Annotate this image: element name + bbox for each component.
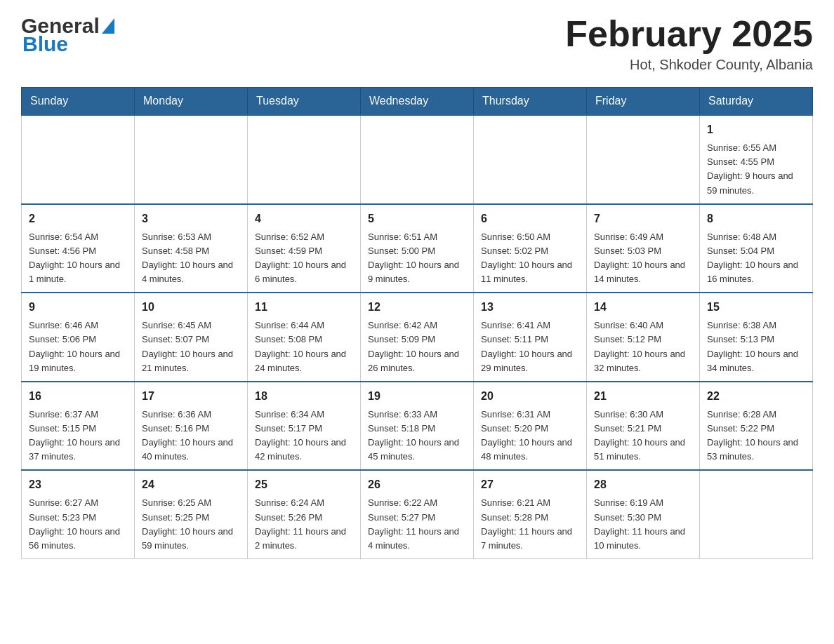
calendar-cell: 19Sunrise: 6:33 AM Sunset: 5:18 PM Dayli… (361, 382, 474, 471)
day-number: 16 (29, 388, 127, 405)
calendar-cell: 28Sunrise: 6:19 AM Sunset: 5:30 PM Dayli… (587, 470, 700, 558)
calendar-header-row: SundayMondayTuesdayWednesdayThursdayFrid… (22, 88, 813, 116)
day-info: Sunrise: 6:41 AM Sunset: 5:11 PM Dayligh… (481, 318, 579, 375)
calendar-week-3: 9Sunrise: 6:46 AM Sunset: 5:06 PM Daylig… (22, 293, 813, 382)
day-number: 18 (255, 388, 353, 405)
calendar-cell: 21Sunrise: 6:30 AM Sunset: 5:21 PM Dayli… (587, 382, 700, 471)
weekday-header-sunday: Sunday (22, 88, 135, 116)
day-info: Sunrise: 6:38 AM Sunset: 5:13 PM Dayligh… (707, 318, 805, 375)
day-number: 3 (142, 210, 240, 227)
day-number: 28 (594, 476, 692, 493)
logo: General Blue (21, 14, 114, 56)
day-info: Sunrise: 6:25 AM Sunset: 5:25 PM Dayligh… (142, 496, 240, 553)
calendar-cell: 20Sunrise: 6:31 AM Sunset: 5:20 PM Dayli… (474, 382, 587, 471)
day-number: 2 (29, 210, 127, 227)
day-info: Sunrise: 6:42 AM Sunset: 5:09 PM Dayligh… (368, 318, 466, 375)
calendar-cell: 9Sunrise: 6:46 AM Sunset: 5:06 PM Daylig… (22, 293, 135, 382)
day-info: Sunrise: 6:33 AM Sunset: 5:18 PM Dayligh… (368, 408, 466, 464)
day-info: Sunrise: 6:50 AM Sunset: 5:02 PM Dayligh… (481, 230, 579, 287)
calendar-cell: 1Sunrise: 6:55 AM Sunset: 4:55 PM Daylig… (700, 115, 813, 204)
page-header: General Blue February 2025 Hot, Shkoder … (21, 14, 813, 73)
day-info: Sunrise: 6:31 AM Sunset: 5:20 PM Dayligh… (481, 408, 579, 464)
day-number: 7 (594, 210, 692, 227)
day-info: Sunrise: 6:24 AM Sunset: 5:26 PM Dayligh… (255, 496, 353, 553)
day-number: 17 (142, 388, 240, 405)
calendar-cell: 13Sunrise: 6:41 AM Sunset: 5:11 PM Dayli… (474, 293, 587, 382)
day-info: Sunrise: 6:52 AM Sunset: 4:59 PM Dayligh… (255, 230, 353, 287)
calendar-cell: 4Sunrise: 6:52 AM Sunset: 4:59 PM Daylig… (248, 204, 361, 293)
day-info: Sunrise: 6:51 AM Sunset: 5:00 PM Dayligh… (368, 230, 466, 287)
title-block: February 2025 Hot, Shkoder County, Alban… (565, 14, 813, 73)
day-info: Sunrise: 6:54 AM Sunset: 4:56 PM Dayligh… (29, 230, 127, 287)
day-info: Sunrise: 6:21 AM Sunset: 5:28 PM Dayligh… (481, 496, 579, 553)
day-info: Sunrise: 6:30 AM Sunset: 5:21 PM Dayligh… (594, 408, 692, 464)
day-info: Sunrise: 6:28 AM Sunset: 5:22 PM Dayligh… (707, 408, 805, 464)
calendar-cell: 2Sunrise: 6:54 AM Sunset: 4:56 PM Daylig… (22, 204, 135, 293)
weekday-header-wednesday: Wednesday (361, 88, 474, 116)
calendar-cell: 7Sunrise: 6:49 AM Sunset: 5:03 PM Daylig… (587, 204, 700, 293)
calendar-cell: 14Sunrise: 6:40 AM Sunset: 5:12 PM Dayli… (587, 293, 700, 382)
day-number: 21 (594, 388, 692, 405)
day-number: 12 (368, 299, 466, 316)
calendar-table: SundayMondayTuesdayWednesdayThursdayFrid… (21, 87, 813, 559)
day-number: 26 (368, 476, 466, 493)
calendar-cell (248, 115, 361, 204)
day-info: Sunrise: 6:27 AM Sunset: 5:23 PM Dayligh… (29, 496, 127, 553)
calendar-cell: 8Sunrise: 6:48 AM Sunset: 5:04 PM Daylig… (700, 204, 813, 293)
day-number: 10 (142, 299, 240, 316)
calendar-cell (474, 115, 587, 204)
logo-line2: Blue (21, 32, 68, 56)
calendar-cell: 27Sunrise: 6:21 AM Sunset: 5:28 PM Dayli… (474, 470, 587, 558)
day-number: 8 (707, 210, 805, 227)
calendar-cell (587, 115, 700, 204)
weekday-header-tuesday: Tuesday (248, 88, 361, 116)
calendar-cell: 12Sunrise: 6:42 AM Sunset: 5:09 PM Dayli… (361, 293, 474, 382)
day-info: Sunrise: 6:49 AM Sunset: 5:03 PM Dayligh… (594, 230, 692, 287)
calendar-cell (22, 115, 135, 204)
day-number: 13 (481, 299, 579, 316)
day-number: 20 (481, 388, 579, 405)
day-info: Sunrise: 6:34 AM Sunset: 5:17 PM Dayligh… (255, 408, 353, 464)
calendar-cell: 24Sunrise: 6:25 AM Sunset: 5:25 PM Dayli… (135, 470, 248, 558)
calendar-cell: 17Sunrise: 6:36 AM Sunset: 5:16 PM Dayli… (135, 382, 248, 471)
day-number: 27 (481, 476, 579, 493)
calendar-week-5: 23Sunrise: 6:27 AM Sunset: 5:23 PM Dayli… (22, 470, 813, 558)
day-number: 14 (594, 299, 692, 316)
logo-flag-icon (102, 18, 114, 34)
day-info: Sunrise: 6:22 AM Sunset: 5:27 PM Dayligh… (368, 496, 466, 553)
day-number: 24 (142, 476, 240, 493)
calendar-cell: 10Sunrise: 6:45 AM Sunset: 5:07 PM Dayli… (135, 293, 248, 382)
day-info: Sunrise: 6:37 AM Sunset: 5:15 PM Dayligh… (29, 408, 127, 464)
calendar-cell (135, 115, 248, 204)
day-number: 23 (29, 476, 127, 493)
day-number: 22 (707, 388, 805, 405)
calendar-cell: 5Sunrise: 6:51 AM Sunset: 5:00 PM Daylig… (361, 204, 474, 293)
day-info: Sunrise: 6:48 AM Sunset: 5:04 PM Dayligh… (707, 230, 805, 287)
day-number: 6 (481, 210, 579, 227)
day-info: Sunrise: 6:40 AM Sunset: 5:12 PM Dayligh… (594, 318, 692, 375)
day-number: 9 (29, 299, 127, 316)
calendar-cell (361, 115, 474, 204)
day-info: Sunrise: 6:19 AM Sunset: 5:30 PM Dayligh… (594, 496, 692, 553)
calendar-cell: 25Sunrise: 6:24 AM Sunset: 5:26 PM Dayli… (248, 470, 361, 558)
day-number: 15 (707, 299, 805, 316)
day-number: 19 (368, 388, 466, 405)
calendar-cell: 26Sunrise: 6:22 AM Sunset: 5:27 PM Dayli… (361, 470, 474, 558)
weekday-header-saturday: Saturday (700, 88, 813, 116)
calendar-cell: 11Sunrise: 6:44 AM Sunset: 5:08 PM Dayli… (248, 293, 361, 382)
day-info: Sunrise: 6:45 AM Sunset: 5:07 PM Dayligh… (142, 318, 240, 375)
day-number: 1 (707, 121, 805, 138)
day-info: Sunrise: 6:44 AM Sunset: 5:08 PM Dayligh… (255, 318, 353, 375)
calendar-cell: 23Sunrise: 6:27 AM Sunset: 5:23 PM Dayli… (22, 470, 135, 558)
location-subtitle: Hot, Shkoder County, Albania (565, 57, 813, 73)
day-number: 4 (255, 210, 353, 227)
calendar-cell: 22Sunrise: 6:28 AM Sunset: 5:22 PM Dayli… (700, 382, 813, 471)
calendar-cell: 15Sunrise: 6:38 AM Sunset: 5:13 PM Dayli… (700, 293, 813, 382)
day-info: Sunrise: 6:53 AM Sunset: 4:58 PM Dayligh… (142, 230, 240, 287)
weekday-header-friday: Friday (587, 88, 700, 116)
calendar-cell: 16Sunrise: 6:37 AM Sunset: 5:15 PM Dayli… (22, 382, 135, 471)
calendar-title: February 2025 (565, 14, 813, 54)
calendar-week-2: 2Sunrise: 6:54 AM Sunset: 4:56 PM Daylig… (22, 204, 813, 293)
day-info: Sunrise: 6:46 AM Sunset: 5:06 PM Dayligh… (29, 318, 127, 375)
day-info: Sunrise: 6:36 AM Sunset: 5:16 PM Dayligh… (142, 408, 240, 464)
